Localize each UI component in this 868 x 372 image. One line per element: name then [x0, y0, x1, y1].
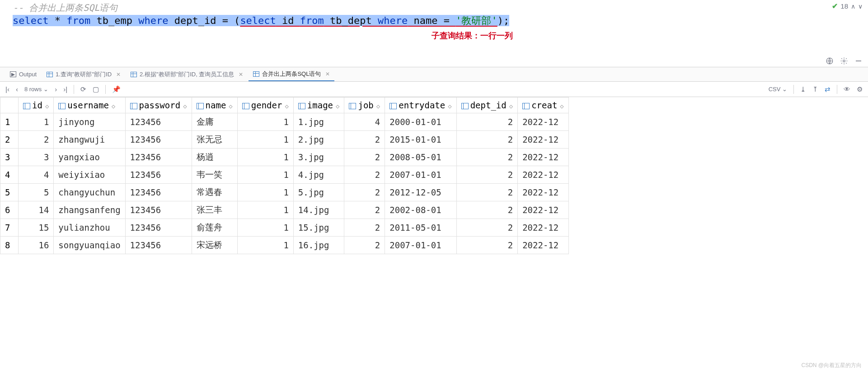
- cell-password[interactable]: 123456: [125, 149, 192, 166]
- cell-image[interactable]: 4.jpg: [293, 166, 344, 184]
- refresh-icon[interactable]: ⟳: [80, 85, 86, 93]
- eye-icon[interactable]: 👁: [844, 85, 850, 93]
- table-row[interactable]: 55changyuchun123456常遇春15.jpg22012-12-052…: [0, 184, 569, 201]
- close-icon[interactable]: ✕: [239, 71, 243, 78]
- upload-icon[interactable]: ⤒: [812, 85, 818, 93]
- column-header-dept_id[interactable]: dept_id◇: [456, 98, 518, 113]
- table-row[interactable]: 44weiyixiao123456韦一笑14.jpg22007-01-01220…: [0, 166, 569, 184]
- cell-image[interactable]: 1.jpg: [293, 113, 344, 131]
- cell-id[interactable]: 2: [19, 131, 54, 149]
- cell-job[interactable]: 2: [344, 149, 385, 166]
- cell-name[interactable]: 俞莲舟: [192, 219, 237, 237]
- cell-job[interactable]: 2: [344, 184, 385, 201]
- cell-gender[interactable]: 1: [237, 219, 293, 237]
- cell-username[interactable]: songyuanqiao: [54, 237, 125, 254]
- cell-gender[interactable]: 1: [237, 201, 293, 219]
- cell-name[interactable]: 宋远桥: [192, 237, 237, 254]
- cell-creat[interactable]: 2022-12: [518, 131, 569, 149]
- cell-image[interactable]: 14.jpg: [293, 201, 344, 219]
- cell-username[interactable]: yangxiao: [54, 149, 125, 166]
- cell-entrydate[interactable]: 2011-05-01: [385, 219, 456, 237]
- cell-creat[interactable]: 2022-12: [518, 149, 569, 166]
- cell-job[interactable]: 2: [344, 166, 385, 184]
- table-row[interactable]: 33yangxiao123456杨逍13.jpg22008-05-0122022…: [0, 149, 569, 166]
- cell-dept_id[interactable]: 2: [456, 201, 518, 219]
- cell-creat[interactable]: 2022-12: [518, 219, 569, 237]
- prev-page-icon[interactable]: ‹: [16, 85, 18, 93]
- globe-icon[interactable]: [826, 57, 834, 65]
- cell-username[interactable]: zhangwuji: [54, 131, 125, 149]
- table-row[interactable]: 614zhangsanfeng123456张三丰114.jpg22002-08-…: [0, 201, 569, 219]
- cell-gender[interactable]: 1: [237, 131, 293, 149]
- cell-password[interactable]: 123456: [125, 237, 192, 254]
- cell-gender[interactable]: 1: [237, 149, 293, 166]
- cell-dept_id[interactable]: 2: [456, 184, 518, 201]
- cell-job[interactable]: 2: [344, 131, 385, 149]
- tab-output[interactable]: ▶ Output: [5, 67, 41, 81]
- cell-dept_id[interactable]: 2: [456, 237, 518, 254]
- cell-username[interactable]: changyuchun: [54, 184, 125, 201]
- column-header-username[interactable]: username◇: [54, 98, 125, 113]
- cell-id[interactable]: 15: [19, 219, 54, 237]
- settings-icon[interactable]: ⚙: [857, 85, 863, 93]
- cell-dept_id[interactable]: 2: [456, 166, 518, 184]
- cell-image[interactable]: 3.jpg: [293, 149, 344, 166]
- tab-query-3[interactable]: 合并出上两条SQL语句 ✕: [249, 67, 334, 81]
- cell-dept_id[interactable]: 2: [456, 149, 518, 166]
- cell-id[interactable]: 14: [19, 201, 54, 219]
- cell-entrydate[interactable]: 2015-01-01: [385, 131, 456, 149]
- next-page-icon[interactable]: ›: [55, 85, 57, 93]
- cell-password[interactable]: 123456: [125, 166, 192, 184]
- cell-image[interactable]: 16.jpg: [293, 237, 344, 254]
- cell-job[interactable]: 2: [344, 237, 385, 254]
- cell-entrydate[interactable]: 2007-01-01: [385, 237, 456, 254]
- cell-password[interactable]: 123456: [125, 113, 192, 131]
- cell-entrydate[interactable]: 2007-01-01: [385, 166, 456, 184]
- cell-name[interactable]: 张三丰: [192, 201, 237, 219]
- tab-query-1[interactable]: 1.查询"教研部"部门ID ✕: [42, 67, 125, 81]
- cell-password[interactable]: 123456: [125, 131, 192, 149]
- stop-icon[interactable]: ▢: [93, 85, 99, 93]
- table-row[interactable]: 11jinyong123456金庸11.jpg42000-01-0122022-…: [0, 113, 569, 131]
- cell-password[interactable]: 123456: [125, 219, 192, 237]
- cell-job[interactable]: 4: [344, 113, 385, 131]
- cell-name[interactable]: 杨逍: [192, 149, 237, 166]
- sql-editor[interactable]: -- 合并出上两条SQL语句 select * from tb_emp wher…: [0, 0, 868, 45]
- cell-creat[interactable]: 2022-12: [518, 184, 569, 201]
- cell-image[interactable]: 5.jpg: [293, 184, 344, 201]
- gear-icon[interactable]: [840, 57, 848, 65]
- prev-problem-icon[interactable]: ∧: [851, 3, 855, 10]
- cell-name[interactable]: 金庸: [192, 113, 237, 131]
- table-row[interactable]: 22zhangwuji123456张无忌12.jpg22015-01-01220…: [0, 131, 569, 149]
- column-header-creat[interactable]: creat◇: [518, 98, 569, 113]
- cell-id[interactable]: 4: [19, 166, 54, 184]
- cell-entrydate[interactable]: 2000-01-01: [385, 113, 456, 131]
- cell-gender[interactable]: 1: [237, 166, 293, 184]
- cell-creat[interactable]: 2022-12: [518, 201, 569, 219]
- cell-dept_id[interactable]: 2: [456, 113, 518, 131]
- download-icon[interactable]: ⤓: [800, 85, 806, 93]
- row-count-dropdown[interactable]: 8 rows ⌄: [24, 86, 48, 93]
- cell-creat[interactable]: 2022-12: [518, 237, 569, 254]
- cell-job[interactable]: 2: [344, 219, 385, 237]
- column-header-password[interactable]: password◇: [125, 98, 192, 113]
- last-page-icon[interactable]: ›|: [63, 85, 67, 93]
- cell-name[interactable]: 常遇春: [192, 184, 237, 201]
- next-problem-icon[interactable]: ∨: [858, 3, 863, 10]
- cell-entrydate[interactable]: 2002-08-01: [385, 201, 456, 219]
- first-page-icon[interactable]: |‹: [5, 85, 9, 93]
- cell-image[interactable]: 15.jpg: [293, 219, 344, 237]
- cell-id[interactable]: 5: [19, 184, 54, 201]
- column-header-gender[interactable]: gender◇: [237, 98, 293, 113]
- tab-query-2[interactable]: 2.根据"教研部"部门ID, 查询员工信息 ✕: [126, 67, 248, 81]
- column-header-image[interactable]: image◇: [293, 98, 344, 113]
- cell-gender[interactable]: 1: [237, 237, 293, 254]
- close-icon[interactable]: ✕: [116, 71, 121, 78]
- cell-username[interactable]: yulianzhou: [54, 219, 125, 237]
- cell-id[interactable]: 3: [19, 149, 54, 166]
- cell-entrydate[interactable]: 2008-05-01: [385, 149, 456, 166]
- data-grid[interactable]: id◇username◇password◇name◇gender◇image◇j…: [0, 97, 868, 254]
- pin-icon[interactable]: 📌: [112, 85, 121, 93]
- column-header-name[interactable]: name◇: [192, 98, 237, 113]
- table-row[interactable]: 816songyuanqiao123456宋远桥116.jpg22007-01-…: [0, 237, 569, 254]
